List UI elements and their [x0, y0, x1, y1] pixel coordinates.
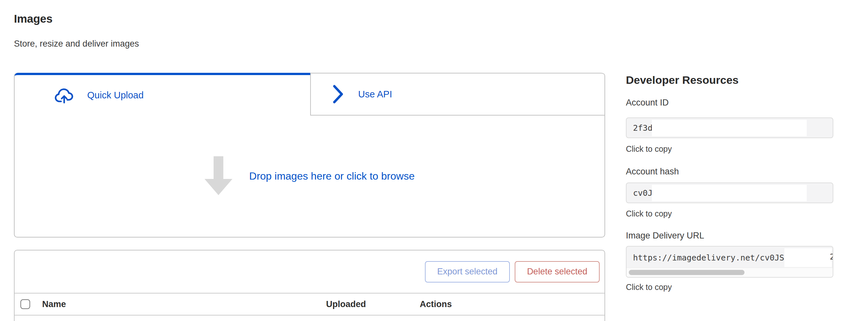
- image-delivery-url-label: Image Delivery URL: [626, 231, 704, 241]
- url-scrollbar-thumb[interactable]: [629, 270, 745, 275]
- account-id-field[interactable]: 2f3d: [626, 117, 833, 138]
- redaction-overlay: [652, 120, 807, 136]
- page-subtitle: Store, resize and deliver images: [14, 39, 139, 49]
- tab-quick-upload[interactable]: Quick Upload: [14, 73, 310, 115]
- tab-quick-upload-label: Quick Upload: [87, 90, 144, 101]
- upload-card: Quick Upload Use API Drop images here or…: [14, 73, 605, 238]
- delete-selected-button[interactable]: Delete selected: [515, 261, 600, 283]
- chevron-right-icon: [332, 84, 344, 104]
- account-hash-helper: Click to copy: [626, 209, 672, 218]
- page-title: Images: [14, 12, 53, 25]
- url-scrollbar: [626, 268, 833, 277]
- account-hash-field[interactable]: cv0J: [626, 182, 833, 203]
- url-fragment: 2: [830, 252, 833, 261]
- upload-tabbar: Quick Upload Use API: [14, 73, 604, 115]
- developer-resources-title: Developer Resources: [626, 74, 739, 86]
- account-hash-value: cv0J: [633, 188, 652, 198]
- dropzone-text: Drop images here or click to browse: [249, 170, 414, 182]
- account-hash-label: Account hash: [626, 167, 679, 177]
- redaction-overlay: [784, 248, 832, 267]
- image-dropzone[interactable]: Drop images here or click to browse: [14, 115, 604, 237]
- column-header-uploaded: Uploaded: [326, 299, 366, 309]
- export-selected-button[interactable]: Export selected: [425, 261, 510, 283]
- arrow-down-icon: [205, 156, 232, 197]
- table-toolbar: Export selected Delete selected: [14, 250, 604, 293]
- image-delivery-url-helper: Click to copy: [626, 283, 672, 292]
- images-page: Images Store, resize and deliver images …: [0, 0, 868, 321]
- tab-use-api[interactable]: Use API: [310, 73, 604, 115]
- redaction-overlay: [652, 185, 807, 201]
- tab-use-api-label: Use API: [358, 89, 392, 100]
- image-delivery-url-field[interactable]: https://imagedelivery.net/cv0JS 2: [626, 246, 833, 278]
- select-all-checkbox[interactable]: [21, 299, 30, 309]
- account-id-label: Account ID: [626, 98, 669, 108]
- account-id-value: 2f3d: [633, 123, 652, 133]
- images-table-card: Export selected Delete selected Name Upl…: [14, 250, 605, 321]
- image-delivery-url-value: https://imagedelivery.net/cv0JS: [633, 253, 784, 262]
- column-header-actions: Actions: [420, 299, 452, 309]
- cloud-upload-icon: [54, 87, 74, 104]
- column-header-name: Name: [42, 299, 66, 309]
- table-header-row: Name Uploaded Actions: [14, 293, 604, 316]
- account-id-helper: Click to copy: [626, 144, 672, 154]
